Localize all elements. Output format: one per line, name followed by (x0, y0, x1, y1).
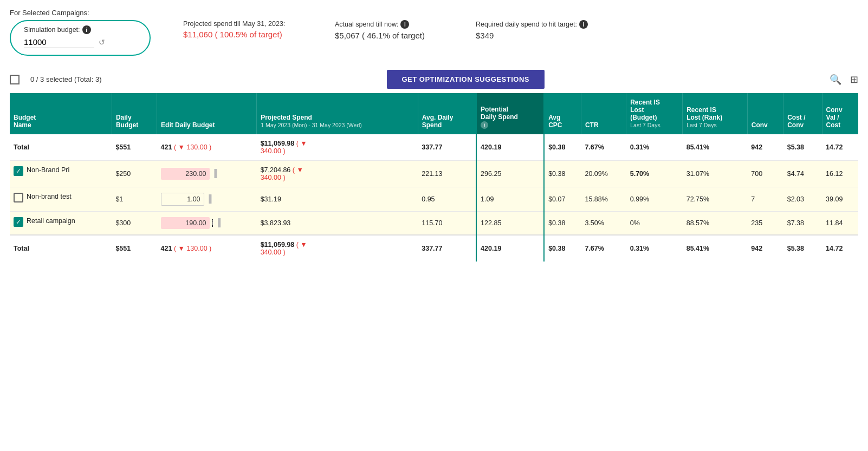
edit-daily-cell: ▐ (157, 187, 257, 212)
table-header: BudgetName DailyBudget Edit Daily Budget… (10, 93, 858, 134)
footer-daily-budget: $551 (112, 235, 157, 262)
columns-icon[interactable]: ⊞ (850, 74, 858, 86)
row-checkbox[interactable]: ✓ (14, 217, 23, 227)
avg-daily-cell: 0.95 (418, 187, 476, 212)
total-avg-cpc: $0.38 (544, 134, 581, 161)
footer-cost-conv: $5.38 (783, 235, 822, 262)
edit-info-icon[interactable]: i (212, 219, 213, 227)
ctr-cell: 15.88% (581, 187, 626, 212)
footer-conv-val-cost: 14.72 (822, 235, 858, 262)
total-name: Total (10, 134, 112, 161)
th-potential-daily: PotentialDaily Spendi (476, 93, 544, 134)
actual-value: $5,067 ( 46.1% of target) (335, 31, 443, 40)
required-spend-section: Required daily spend to hit target: i $3… (476, 20, 588, 40)
avg-cpc-cell: $0.38 (544, 161, 581, 187)
footer-edit-daily: 421 ( ▼ 130.00 ) (157, 235, 257, 262)
row-checkbox[interactable]: ✓ (14, 166, 23, 176)
total-potential-daily: 420.19 (476, 134, 544, 161)
ctr-cell: 20.09% (581, 161, 626, 187)
budget-name-cell: Non-Brand Pri (27, 166, 69, 174)
footer-ctr: 7.67% (581, 235, 626, 262)
projected-value: $11,060 ( 100.5% of target) (183, 30, 302, 39)
th-edit-daily: Edit Daily Budget (157, 93, 257, 134)
projected-spend-cell: $31.19 (257, 187, 418, 212)
th-recent-is-rank: Recent ISLost (Rank)Last 7 Days (683, 93, 748, 134)
footer-name: Total (10, 235, 112, 262)
footer-total-row: Total $551 421 ( ▼ 130.00 ) $11,059.98 (… (10, 235, 858, 262)
cost-conv-cell: $2.03 (783, 187, 822, 212)
search-icon[interactable]: 🔍 (830, 74, 841, 86)
footer-conv: 942 (747, 235, 783, 262)
daily-budget-cell: $300 (112, 212, 157, 236)
recent-is-rank-cell: 88.57% (683, 212, 748, 236)
conv-cell: 235 (747, 212, 783, 236)
conv-val-cost-cell: 16.12 (822, 161, 858, 187)
controls-row: 0 / 3 selected (Total: 3) GET OPTIMIZATI… (10, 66, 858, 93)
row-checkbox[interactable] (14, 193, 23, 202)
footer-projected-spend: $11,059.98 ( ▼340.00 ) (257, 235, 418, 262)
select-count-label: 0 / 3 selected (Total: 3) (30, 75, 102, 83)
projected-label: Projected spend till May 31, 2023: (183, 20, 302, 28)
recent-is-budget-cell: 5.70% (626, 161, 683, 187)
footer-avg-cpc: $0.38 (544, 235, 581, 262)
th-cost-conv: Cost /Conv (783, 93, 822, 134)
recent-is-budget-cell: 0% (626, 212, 683, 236)
avg-cpc-cell: $0.07 (544, 187, 581, 212)
total-projected-spend: $11,059.98 ( ▼340.00 ) (257, 134, 418, 161)
total-conv: 942 (747, 134, 783, 161)
ctr-cell: 3.50% (581, 212, 626, 236)
recent-is-rank-cell: 72.75% (683, 187, 748, 212)
select-all-checkbox[interactable] (10, 75, 20, 84)
projected-spend-cell: $3,823.93 (257, 212, 418, 236)
row-checkbox-cell: Non-brand test (10, 187, 112, 208)
total-ctr: 7.67% (581, 134, 626, 161)
th-recent-is-budget: Recent ISLost(Budget)Last 7 Days (626, 93, 683, 134)
th-conv: Conv (747, 93, 783, 134)
table-row: ✓Non-Brand Pri$250▐$7,204.86 ( ▼340.00 )… (10, 161, 858, 187)
conv-cell: 7 (747, 187, 783, 212)
actual-info-icon[interactable]: i (400, 20, 409, 29)
actual-label: Actual spend till now: i (335, 20, 443, 29)
edit-daily-cell: i▐ (157, 212, 257, 236)
total-row-top: Total $551 421 ( ▼ 130.00 ) $11,059.98 (… (10, 134, 858, 161)
total-is-budget: 0.31% (626, 134, 683, 161)
th-avg-cpc: AvgCPC (544, 93, 581, 134)
simulation-budget-input[interactable] (24, 36, 94, 48)
refresh-icon[interactable]: ↺ (99, 38, 105, 47)
required-info-icon[interactable]: i (579, 20, 588, 29)
footer-potential-daily: 420.19 (476, 235, 544, 262)
bar-chart-icon[interactable]: ▐ (206, 194, 212, 203)
th-daily-budget: DailyBudget (112, 93, 157, 134)
conv-val-cost-cell: 11.84 (822, 212, 858, 236)
row-checkbox-cell: ✓Non-Brand Pri (10, 161, 112, 181)
daily-budget-cell: $250 (112, 161, 157, 187)
footer-is-rank: 85.41% (683, 235, 748, 262)
simulation-label: Simulation budget: i (24, 25, 137, 34)
potential-info-icon[interactable]: i (481, 121, 488, 129)
projected-spend-section: Projected spend till May 31, 2023: $11,0… (183, 20, 302, 39)
simulation-info-icon[interactable]: i (82, 25, 91, 34)
conv-cell: 700 (747, 161, 783, 187)
th-projected-spend: Projected Spend1 May 2023 (Mon) - 31 May… (257, 93, 418, 134)
edit-daily-input[interactable] (161, 217, 210, 229)
budget-name-cell: Non-brand test (27, 193, 72, 200)
table-row: Non-brand test$1▐$31.190.951.09$0.0715.8… (10, 187, 858, 212)
edit-daily-cell: ▐ (157, 161, 257, 187)
for-selected-label: For Selected Campaigns: (10, 9, 858, 17)
edit-daily-input[interactable] (161, 193, 204, 206)
th-ctr: CTR (581, 93, 626, 134)
potential-daily-cell: 296.25 (476, 161, 544, 187)
table-footer: Total $551 421 ( ▼ 130.00 ) $11,059.98 (… (10, 235, 858, 262)
budget-table: BudgetName DailyBudget Edit Daily Budget… (10, 93, 858, 262)
avg-daily-cell: 115.70 (418, 212, 476, 236)
potential-daily-cell: 1.09 (476, 187, 544, 212)
cost-conv-cell: $4.74 (783, 161, 822, 187)
total-edit-daily: 421 ( ▼ 130.00 ) (157, 134, 257, 161)
bar-chart-icon[interactable]: ▐ (212, 169, 217, 178)
recent-is-budget-cell: 0.99% (626, 187, 683, 212)
optimization-suggestions-button[interactable]: GET OPTIMIZATION SUGGESTIONS (387, 70, 545, 89)
edit-daily-input[interactable] (161, 168, 210, 180)
controls-right: 🔍 ⊞ (830, 74, 858, 86)
row-checkbox-cell: ✓Retail campaign (10, 212, 112, 232)
bar-chart-icon[interactable]: ▐ (215, 218, 221, 227)
